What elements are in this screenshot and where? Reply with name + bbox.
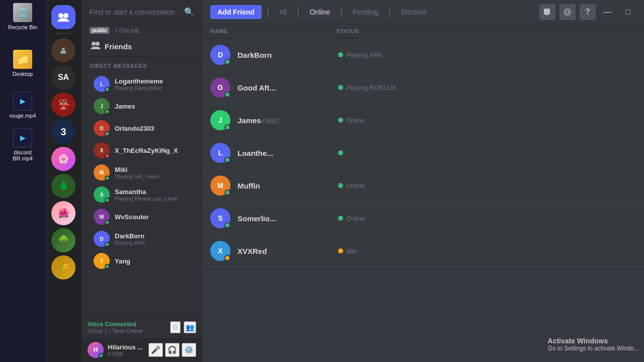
recycle-bin-icon[interactable]: 🗑️ Recycle Bin xyxy=(5,3,40,30)
dm-item-yang[interactable]: Y Yang xyxy=(86,250,198,272)
rouge-video-icon[interactable]: ▶ rouge.mp4 xyxy=(5,91,40,119)
dm-item-samantha[interactable]: S Samantha Playing Please use s.helo xyxy=(86,184,198,206)
friend-row-somerlio[interactable]: S Somerlio... Online xyxy=(202,202,644,235)
voice-people-button[interactable]: 👥 xyxy=(184,321,196,333)
rouge-video-label: rouge.mp4 xyxy=(10,113,36,119)
friend-avatar-muffin: M xyxy=(210,175,230,196)
dm-item-orlando[interactable]: O Orlando2303 xyxy=(86,117,198,139)
friend-status-label-darkborn: Playing ARK xyxy=(346,51,382,59)
friends-nav-item[interactable]: Friends xyxy=(82,37,202,57)
table-header: NAME STATUS xyxy=(202,24,644,39)
online-count: 7 ONLINE xyxy=(114,28,139,34)
dm-avatar-wvscouter: W xyxy=(94,209,110,225)
status-dot-samantha xyxy=(105,198,110,203)
friend-status-loanthe xyxy=(338,150,346,155)
friend-status-dot-loanthe xyxy=(224,157,230,163)
friend-row-goodaft[interactable]: G Good Aft... Playing ROBLOX xyxy=(202,71,644,104)
dm-sub-samantha: Playing Please use s.helo xyxy=(115,196,190,202)
friend-row-darkborn[interactable]: D DarkBorn Playing ARK xyxy=(202,39,644,71)
user-name: Hilarious ... xyxy=(108,343,143,351)
desktop: 🗑️ Recycle Bin 📁 Desktop ▶ rouge.mp4 ▶ d… xyxy=(0,0,45,362)
tab-blocked[interactable]: Blocked xyxy=(396,6,431,18)
status-dot-x-crazy xyxy=(105,153,110,158)
channel-sidebar: 🔍 public 7 ONLINE Friends DIRECT MESSAGE… xyxy=(82,0,202,362)
mute-button[interactable]: 🎤 xyxy=(148,343,163,357)
dm-section-title: DIRECT MESSAGES xyxy=(82,57,202,71)
friend-status-indicator-xvxred xyxy=(338,248,343,253)
dm-name-james: James xyxy=(115,103,190,110)
friend-status-label-james: Online xyxy=(346,117,365,124)
friend-status-indicator-goodaft xyxy=(338,85,343,90)
tab-pending[interactable]: Pending xyxy=(348,6,383,18)
friend-status-label-somerlio: Online xyxy=(346,215,365,222)
dm-item-wvscouter[interactable]: W WvScouter xyxy=(86,206,198,228)
user-status-dot xyxy=(99,353,104,358)
friend-row-loanthe[interactable]: L Loanthe... xyxy=(202,137,644,169)
server-icon-sa[interactable]: SA xyxy=(51,65,75,89)
tab-divider-3 xyxy=(341,7,342,17)
voice-channel-text: Group 1 / Tanki Online xyxy=(88,328,142,334)
dm-info-samantha: Samantha Playing Please use s.helo xyxy=(115,188,190,202)
friend-row-xvxred[interactable]: X XVXRed Idle xyxy=(202,235,644,267)
activate-windows-title: Activate Windows xyxy=(548,337,639,345)
new-dm-button[interactable] xyxy=(539,4,555,20)
user-settings-button[interactable]: ⚙️ xyxy=(182,343,196,357)
user-avatar: H xyxy=(88,342,104,358)
status-dot-orlando xyxy=(105,131,110,136)
dm-sub-miki: Playing 5/6_+helo xyxy=(115,173,190,179)
friend-status-dot-muffin xyxy=(224,190,230,196)
voice-status-info: Voice Connected Group 1 / Tanki Online xyxy=(88,321,142,334)
friend-status-goodaft: Playing ROBLOX xyxy=(338,84,396,92)
discord-br-video-icon[interactable]: ▶ discord BR.mp4 xyxy=(5,128,40,161)
tab-online[interactable]: Online xyxy=(304,6,335,18)
dm-item-miki[interactable]: M Miki Playing 5/6_+helo xyxy=(86,161,198,184)
maximize-button[interactable]: □ xyxy=(620,4,636,20)
conversation-search-input[interactable] xyxy=(90,8,180,16)
server-icon-5[interactable]: 🌸 xyxy=(51,147,75,171)
user-controls: 🎤 🎧 ⚙️ xyxy=(148,343,196,357)
server-icon-9[interactable]: 🌾 xyxy=(51,255,75,280)
svg-point-2 xyxy=(92,42,96,46)
friend-status-xvxred: Idle xyxy=(338,247,357,255)
activate-windows-subtitle: Go to Settings to activate Windo... xyxy=(548,345,639,352)
dm-item-james[interactable]: J James xyxy=(86,95,198,117)
help-button[interactable]: ? xyxy=(580,4,596,20)
add-friend-button[interactable]: Add Friend xyxy=(210,5,262,19)
dm-avatar-x-crazy: X xyxy=(94,142,110,158)
server-icon-7[interactable]: 🌺 xyxy=(51,201,75,225)
dm-item-x-crazy[interactable]: X X_ThEcRaZyKiNg_X xyxy=(86,139,198,161)
deafen-button[interactable]: 🎧 xyxy=(165,343,180,357)
svg-point-1 xyxy=(63,13,68,18)
tab-all[interactable]: All xyxy=(274,6,292,18)
server-divider xyxy=(55,33,71,34)
friend-status-dot-goodaft xyxy=(224,92,230,98)
dm-sub-loganthememe: Playing GarrysMod xyxy=(115,85,190,91)
desktop-folder-icon[interactable]: 📁 Desktop xyxy=(5,49,40,77)
server-icon-6[interactable]: 🌲 xyxy=(51,174,75,198)
server-icon-dm[interactable] xyxy=(51,5,75,29)
voice-settings-button[interactable]: ⚙ xyxy=(170,321,181,333)
dm-info-loganthememe: Loganthememe Playing GarrysMod xyxy=(115,77,190,91)
dm-info-james: James xyxy=(115,103,190,110)
mention-button[interactable]: @ xyxy=(559,4,576,20)
dm-sub-darkborn: Playing ARK xyxy=(115,240,190,246)
friend-row-james[interactable]: J James#3682 Online xyxy=(202,104,644,137)
dm-name-miki: Miki xyxy=(115,166,190,173)
server-icon-3[interactable]: 👺 xyxy=(51,93,75,117)
top-bar-right: @ ? — □ xyxy=(539,4,636,20)
minimize-button[interactable]: — xyxy=(600,4,616,20)
server-icon-1[interactable]: 🏯 xyxy=(51,38,75,62)
friend-row-muffin[interactable]: M Muffin Online xyxy=(202,169,644,202)
server-icon-4[interactable]: 3 xyxy=(51,120,75,144)
friend-status-dot-darkborn xyxy=(224,59,230,65)
status-dot-yang xyxy=(105,264,110,269)
friend-avatar-james: J xyxy=(210,110,230,130)
friend-status-indicator-muffin xyxy=(338,183,343,188)
friend-status-indicator-darkborn xyxy=(338,52,343,57)
voice-connected-bar: Voice Connected Group 1 / Tanki Online ⚙… xyxy=(82,316,202,338)
server-icon-8[interactable]: 🌳 xyxy=(51,228,75,252)
dm-item-darkborn[interactable]: D DarkBorn Playing ARK xyxy=(86,228,198,250)
dm-item-loganthememe[interactable]: L Loganthememe Playing GarrysMod xyxy=(86,73,198,95)
friend-status-indicator-somerlio xyxy=(338,216,343,221)
friend-status-darkborn: Playing ARK xyxy=(338,51,382,59)
